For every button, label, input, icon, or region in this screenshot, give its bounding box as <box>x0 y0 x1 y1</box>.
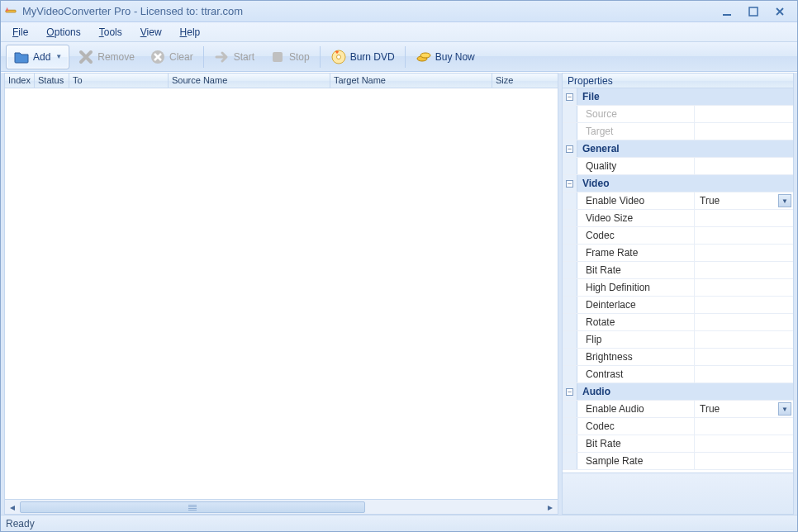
prop-quality[interactable]: Quality <box>563 158 793 175</box>
prop-video-codec-label: Codec <box>577 227 695 244</box>
col-target[interactable]: Target Name <box>330 74 492 88</box>
svg-rect-1 <box>723 14 731 16</box>
section-audio[interactable]: − Audio <box>563 383 793 401</box>
prop-audio-bit-rate-value[interactable] <box>695 435 793 452</box>
prop-frame-rate[interactable]: Frame Rate <box>563 245 793 262</box>
prop-rotate-label: Rotate <box>577 314 695 330</box>
menu-bar: File Options Tools View Help <box>1 22 797 42</box>
section-file[interactable]: − File <box>563 88 793 106</box>
remove-button[interactable]: Remove <box>71 45 141 69</box>
prop-file-source-value[interactable] <box>695 106 793 122</box>
prop-file-target-value[interactable] <box>695 123 793 140</box>
prop-flip[interactable]: Flip <box>563 331 793 349</box>
menu-help[interactable]: Help <box>177 25 204 40</box>
collapse-icon[interactable]: − <box>566 180 573 188</box>
prop-flip-value[interactable] <box>695 331 793 348</box>
horizontal-scrollbar[interactable]: ◂ ▸ <box>4 500 558 515</box>
maximize-button[interactable] <box>746 4 761 19</box>
chevron-down-icon: ▼ <box>55 53 62 60</box>
menu-tools-label: ools <box>104 26 122 38</box>
prop-video-codec-value[interactable] <box>695 227 793 244</box>
file-list-body[interactable] <box>4 88 558 500</box>
prop-enable-audio-value[interactable]: True ▼ <box>695 401 793 417</box>
disc-icon <box>330 49 347 65</box>
collapse-icon[interactable]: − <box>566 388 573 396</box>
burn-dvd-button[interactable]: Burn DVD <box>324 45 401 69</box>
coins-icon <box>416 49 432 65</box>
start-button[interactable]: Start <box>207 45 261 69</box>
section-general[interactable]: − General <box>563 140 793 158</box>
properties-scroll[interactable]: − File Source Target − General <box>563 88 793 473</box>
prop-deinterlace[interactable]: Deinterlace <box>563 297 793 314</box>
prop-high-definition[interactable]: High Definition <box>563 279 793 297</box>
clear-button[interactable]: Clear <box>143 45 200 69</box>
menu-view[interactable]: View <box>137 25 165 40</box>
prop-audio-bit-rate[interactable]: Bit Rate <box>563 435 793 453</box>
minimize-button[interactable] <box>720 4 734 19</box>
prop-video-size[interactable]: Video Size <box>563 210 793 227</box>
prop-enable-video-value[interactable]: True ▼ <box>695 192 793 209</box>
svg-point-8 <box>420 53 430 58</box>
prop-audio-sample-rate-value[interactable] <box>695 453 793 469</box>
prop-deinterlace-value[interactable] <box>695 297 793 313</box>
prop-contrast-value[interactable] <box>695 366 793 382</box>
prop-enable-audio[interactable]: Enable Audio True ▼ <box>563 401 793 418</box>
menu-options-label: ptions <box>55 26 81 38</box>
col-status[interactable]: Status <box>35 74 69 88</box>
prop-quality-value[interactable] <box>695 158 793 174</box>
scroll-track[interactable] <box>20 501 543 513</box>
prop-enable-video-value-text: True <box>700 195 720 207</box>
prop-file-source[interactable]: Source <box>563 106 793 123</box>
start-label: Start <box>234 51 254 63</box>
prop-bit-rate-value[interactable] <box>695 262 793 278</box>
prop-enable-audio-label: Enable Audio <box>577 401 695 417</box>
prop-file-target[interactable]: Target <box>563 123 793 140</box>
prop-file-source-label: Source <box>577 106 695 122</box>
collapse-icon[interactable]: − <box>566 93 573 101</box>
menu-options[interactable]: Options <box>43 25 83 40</box>
app-icon <box>4 5 17 18</box>
play-arrow-icon <box>214 49 230 65</box>
menu-tools[interactable]: Tools <box>96 25 126 40</box>
prop-contrast[interactable]: Contrast <box>563 366 793 383</box>
prop-audio-codec-value[interactable] <box>695 418 793 435</box>
scroll-left-icon[interactable]: ◂ <box>5 501 20 514</box>
scroll-thumb[interactable] <box>20 501 365 513</box>
status-bar: Ready <box>1 515 797 531</box>
clear-label: Clear <box>169 51 193 63</box>
close-button[interactable] <box>772 4 787 19</box>
collapse-icon[interactable]: − <box>566 145 573 153</box>
prop-bit-rate[interactable]: Bit Rate <box>563 262 793 279</box>
buy-now-button[interactable]: Buy Now <box>409 45 482 69</box>
col-index[interactable]: Index <box>5 74 35 88</box>
add-button[interactable]: Add ▼ <box>6 45 69 69</box>
prop-rotate[interactable]: Rotate <box>563 314 793 331</box>
toolbar-separator <box>320 46 321 68</box>
chevron-down-icon[interactable]: ▼ <box>778 194 791 207</box>
scroll-right-icon[interactable]: ▸ <box>543 501 558 514</box>
prop-high-definition-value[interactable] <box>695 279 793 296</box>
prop-frame-rate-value[interactable] <box>695 245 793 261</box>
add-label: Add <box>33 51 50 63</box>
svg-rect-4 <box>273 52 283 62</box>
remove-label: Remove <box>97 51 135 63</box>
main-area: Index Status To Source Name Target Name … <box>1 72 797 515</box>
prop-brightness[interactable]: Brightness <box>563 349 793 366</box>
prop-brightness-value[interactable] <box>695 349 793 365</box>
prop-bit-rate-label: Bit Rate <box>577 262 695 278</box>
col-source[interactable]: Source Name <box>169 74 330 88</box>
prop-video-size-value[interactable] <box>695 210 793 226</box>
x-circle-icon <box>150 49 166 65</box>
prop-audio-sample-rate[interactable]: Sample Rate <box>563 453 793 470</box>
prop-audio-codec[interactable]: Codec <box>563 418 793 435</box>
col-size[interactable]: Size <box>492 74 539 88</box>
prop-video-codec[interactable]: Codec <box>563 227 793 245</box>
stop-button[interactable]: Stop <box>263 45 316 69</box>
section-file-label: File <box>577 88 793 105</box>
chevron-down-icon[interactable]: ▼ <box>778 402 791 416</box>
prop-enable-video[interactable]: Enable Video True ▼ <box>563 192 793 210</box>
menu-file[interactable]: File <box>9 25 31 40</box>
section-video[interactable]: − Video <box>563 175 793 192</box>
col-to[interactable]: To <box>69 74 169 88</box>
prop-rotate-value[interactable] <box>695 314 793 330</box>
